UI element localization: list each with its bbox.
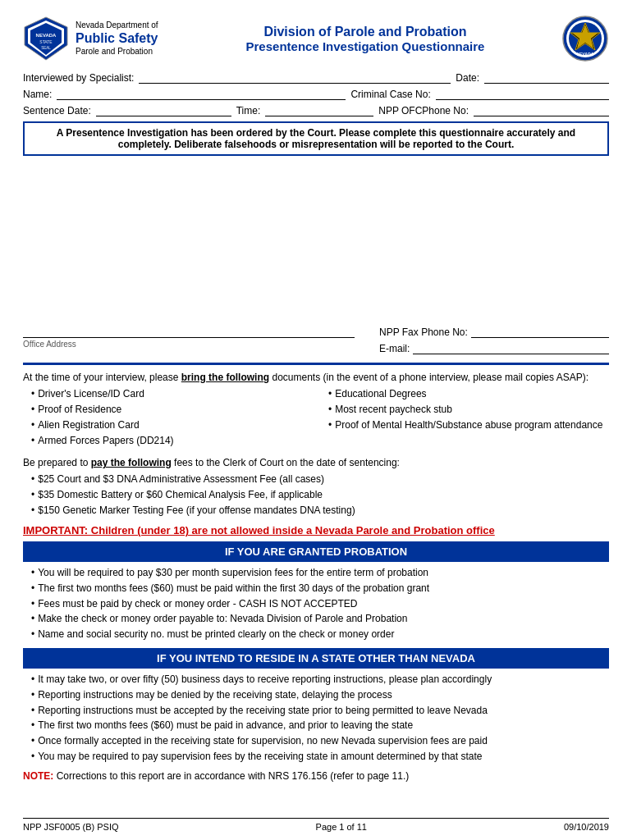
bullet-icon: •: [31, 487, 34, 502]
date-label: Date:: [456, 72, 479, 84]
bullet-icon: •: [31, 386, 34, 401]
main-title: Division of Parole and Probation: [179, 25, 552, 39]
list-item: •$25 Court and $3 DNA Administrative Ass…: [31, 472, 609, 486]
list-item: •Most recent paycheck stub: [328, 402, 609, 417]
criminal-case-label: Criminal Case No:: [350, 89, 430, 100]
sub-name: Parole and Probation: [76, 46, 158, 57]
footer-left: NPP JSF0005 (B) PSIQ: [23, 822, 119, 832]
list-item: •Name and social security no. must be pr…: [31, 628, 609, 641]
interstate-list: •It may take two, or over fifty (50) bus…: [31, 673, 609, 764]
probation-list: •You will be required to pay $30 per mon…: [31, 566, 609, 641]
bullet-icon: •: [31, 734, 34, 748]
logo-right: NEVADA: [552, 15, 609, 62]
svg-text:STATE: STATE: [39, 39, 53, 44]
interstate-header: IF YOU INTEND TO RESIDE IN A STATE OTHER…: [23, 648, 609, 669]
important-line: IMPORTANT: Children (under 18) are not a…: [23, 524, 609, 536]
npp-ofc-label: NPP OFCPhone No:: [378, 105, 469, 116]
list-item: •Fees must be paid by check or money ord…: [31, 597, 609, 611]
list-item: •Reporting instructions may be denied by…: [31, 688, 609, 702]
list-item: •You will be required to pay $30 per mon…: [31, 566, 609, 580]
sentence-line: Sentence Date: Time: NPP OFCPhone No:: [23, 103, 609, 116]
docs-intro: At the time of your interview, please: [23, 372, 178, 383]
office-address-field[interactable]: [23, 325, 355, 338]
interviewed-line: Interviewed by Specialist: Date:: [23, 71, 609, 84]
list-item: •The first two months fees ($60) must be…: [31, 719, 609, 733]
list-item: •The first two months fees ($60) must be…: [31, 582, 609, 596]
list-item: •Educational Degrees: [328, 386, 609, 401]
svg-text:NEVADA: NEVADA: [36, 33, 57, 38]
important-text: IMPORTANT: Children (under 18) are not a…: [23, 524, 495, 536]
svg-text:SEAL: SEAL: [41, 46, 51, 50]
list-item: •Make the check or money order payable t…: [31, 612, 609, 626]
list-item: •Reporting instructions must be accepted…: [31, 704, 609, 718]
list-item: •Alien Registration Card: [31, 418, 312, 432]
npp-fax-label: NPP Fax Phone No:: [379, 326, 468, 338]
list-item: •Proof of Mental Health/Substance abuse …: [328, 418, 609, 432]
bullet-icon: •: [31, 418, 34, 432]
list-item: •You may be required to pay supervision …: [31, 750, 609, 764]
dept-name: Nevada Department of: [76, 20, 158, 31]
name-line: Name: Criminal Case No:: [23, 87, 609, 100]
docs-left-col: •Driver's License/ID Card •Proof of Resi…: [31, 386, 312, 449]
docs-list: •Driver's License/ID Card •Proof of Resi…: [31, 386, 609, 449]
office-left: Office Address: [23, 325, 355, 349]
bullet-icon: •: [31, 612, 34, 626]
sentence-date-field[interactable]: [96, 103, 231, 116]
header: NEVADA STATE SEAL Nevada Department of P…: [23, 15, 609, 62]
npp-ofc-field[interactable]: [474, 103, 609, 116]
docs-intro-after: documents (in the event of a phone inter…: [272, 372, 588, 383]
documents-section: At the time of your interview, please br…: [23, 370, 609, 449]
sub-title: Presentence Investigation Questionnaire: [179, 39, 552, 53]
note-body: Corrections to this report are in accord…: [57, 770, 410, 782]
bullet-icon: •: [31, 628, 34, 641]
list-item: •Armed Forces Papers (DD214): [31, 433, 312, 448]
list-item: •$35 Domestic Battery or $60 Chemical An…: [31, 487, 609, 502]
bullet-icon: •: [31, 503, 34, 518]
email-label: E-mail:: [379, 343, 410, 354]
blank-area: [23, 161, 609, 325]
npp-fax-field[interactable]: [471, 325, 609, 338]
nevada-shield-icon: NEVADA STATE SEAL: [23, 16, 69, 62]
nevada-badge-icon: NEVADA: [561, 15, 609, 62]
list-item: •Once formally accepted in the receiving…: [31, 734, 609, 748]
criminal-case-field[interactable]: [436, 87, 609, 100]
office-right: NPP Fax Phone No: E-mail:: [379, 325, 609, 358]
docs-right-col: •Educational Degrees •Most recent payche…: [328, 386, 609, 449]
svg-text:NEVADA: NEVADA: [577, 52, 594, 57]
probation-header: IF YOU ARE GRANTED PROBATION: [23, 541, 609, 562]
blue-divider-1: [23, 363, 609, 365]
bullet-icon: •: [31, 582, 34, 596]
date-field[interactable]: [484, 71, 609, 84]
fees-section: Be prepared to pay the following fees to…: [23, 455, 609, 518]
fees-intro: Be prepared to: [23, 457, 88, 468]
note-label: NOTE:: [23, 770, 53, 782]
bullet-icon: •: [31, 472, 34, 486]
bullet-icon: •: [31, 597, 34, 611]
email-field[interactable]: [413, 341, 609, 354]
name-field[interactable]: [57, 87, 346, 100]
fees-intro-after: fees to the Clerk of Court on the date o…: [174, 457, 400, 468]
agency-name: Public Safety: [76, 31, 158, 46]
bullet-icon: •: [31, 688, 34, 702]
page: NEVADA STATE SEAL Nevada Department of P…: [0, 0, 632, 840]
time-label: Time:: [236, 105, 261, 116]
interstate-section: IF YOU INTEND TO RESIDE IN A STATE OTHER…: [23, 648, 609, 764]
footer-center: Page 1 of 11: [316, 822, 367, 832]
page-footer: NPP JSF0005 (B) PSIQ Page 1 of 11 09/10/…: [23, 818, 609, 832]
bullet-icon: •: [31, 433, 34, 448]
email-row: E-mail:: [379, 341, 609, 354]
list-item: •Driver's License/ID Card: [31, 386, 312, 401]
bullet-icon: •: [31, 402, 34, 417]
bullet-icon: •: [328, 418, 332, 432]
note-line: NOTE: Corrections to this report are in …: [23, 770, 609, 782]
sentence-date-label: Sentence Date:: [23, 105, 91, 116]
docs-bring-text: bring the following: [181, 372, 269, 383]
notice-text: A Presentence Investigation has been ord…: [57, 127, 575, 150]
header-center: Division of Parole and Probation Present…: [179, 25, 552, 53]
list-item: •Proof of Residence: [31, 402, 312, 417]
bullet-icon: •: [328, 402, 332, 417]
bullet-icon: •: [31, 750, 34, 764]
list-item: •It may take two, or over fifty (50) bus…: [31, 673, 609, 687]
time-field[interactable]: [265, 103, 373, 116]
interviewed-field[interactable]: [139, 71, 451, 84]
